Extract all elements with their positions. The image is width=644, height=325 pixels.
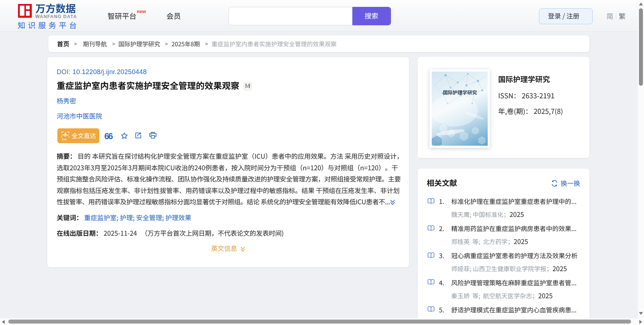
svg-text:free: free: [62, 138, 67, 141]
